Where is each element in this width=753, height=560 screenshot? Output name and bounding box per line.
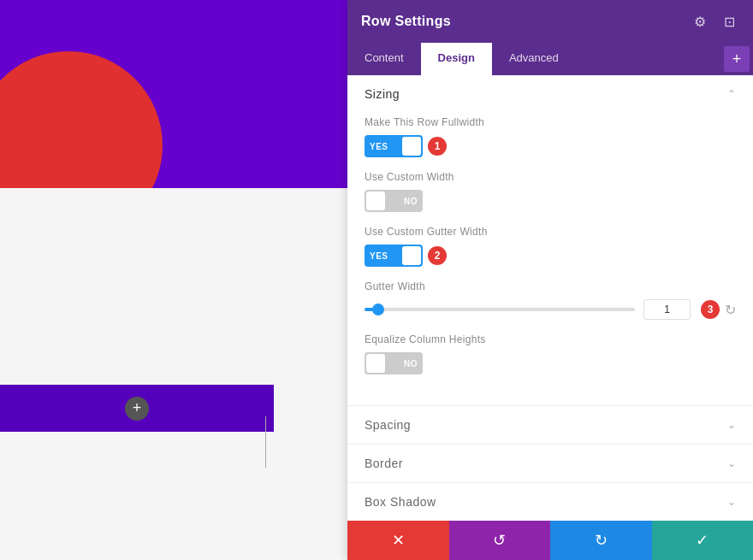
panel-header-icons: ⚙ ⊡ [690,11,739,32]
gutter-width-input[interactable] [643,299,691,320]
section-border-header[interactable]: Border ⌄ [347,445,753,482]
settings-icon[interactable]: ⚙ [690,11,710,32]
canvas-line [265,416,266,468]
section-sizing-header[interactable]: Sizing ⌃ [347,75,753,113]
section-sizing: Sizing ⌃ Make This Row Fullwidth YES 1 [347,75,753,406]
field-custom-width: Use Custom Width NO [365,171,736,212]
panel-content: Sizing ⌃ Make This Row Fullwidth YES 1 [347,75,753,521]
row-settings-panel: Row Settings ⚙ ⊡ Content Design Advanced… [347,0,753,560]
field-gutter-width: Gutter Width 3 ↻ [365,280,736,320]
redo-button[interactable]: ↻ [550,521,652,560]
tab-add-button[interactable]: + [724,46,750,72]
custom-gutter-toggle[interactable]: YES [365,245,423,267]
fullwidth-toggle[interactable]: YES [365,135,423,157]
custom-width-toggle-no-label: NO [404,197,418,206]
section-border: Border ⌄ [347,445,753,483]
fullwidth-badge: 1 [428,137,447,156]
canvas-white-area [0,188,347,560]
gutter-width-label: Gutter Width [365,280,736,292]
canvas-area: + [0,0,347,560]
section-box-shadow-title: Box Shadow [365,495,436,509]
custom-width-toggle[interactable]: NO [365,190,423,212]
section-sizing-body: Make This Row Fullwidth YES 1 Use Custom… [347,113,753,405]
equalize-heights-toggle-knob [366,354,385,373]
field-custom-gutter: Use Custom Gutter Width YES 2 [365,226,736,267]
tab-advanced[interactable]: Advanced [492,43,576,75]
equalize-heights-toggle-no-label: NO [404,359,418,368]
section-sizing-title: Sizing [365,87,400,101]
panel-header: Row Settings ⚙ ⊡ [347,0,753,43]
section-box-shadow-header[interactable]: Box Shadow ⌄ [347,483,753,521]
spacing-chevron-icon: ⌄ [727,419,736,431]
panel-title: Row Settings [361,14,451,29]
tab-design[interactable]: Design [421,43,492,75]
custom-width-label: Use Custom Width [365,171,736,183]
custom-gutter-toggle-knob [402,246,421,265]
box-shadow-chevron-icon: ⌄ [727,496,736,508]
reset-button[interactable]: ↺ [449,521,551,560]
sizing-chevron-icon: ⌃ [727,88,736,100]
custom-gutter-badge: 2 [428,246,447,265]
border-chevron-icon: ⌄ [727,457,736,469]
section-border-title: Border [365,457,403,470]
gutter-width-input-wrap: 3 ↻ [643,299,736,320]
gutter-width-reset-icon[interactable]: ↻ [725,302,736,318]
section-box-shadow: Box Shadow ⌄ [347,483,753,521]
tab-content[interactable]: Content [347,43,421,75]
custom-gutter-toggle-container: YES 2 [365,245,736,267]
custom-width-toggle-knob [366,192,385,210]
section-spacing-header[interactable]: Spacing ⌄ [347,406,753,444]
fullwidth-label: Make This Row Fullwidth [365,116,736,128]
field-fullwidth: Make This Row Fullwidth YES 1 [365,116,736,157]
gutter-width-slider-thumb[interactable] [372,304,384,315]
cancel-button[interactable]: ✕ [347,521,449,560]
gutter-width-slider-row: 3 ↻ [365,299,736,320]
fullwidth-toggle-container: YES 1 [365,135,736,157]
field-equalize-heights: Equalize Column Heights NO [365,333,736,374]
fullwidth-toggle-knob [402,137,421,156]
section-spacing: Spacing ⌄ [347,406,753,445]
fullwidth-toggle-yes-label: YES [370,142,388,151]
equalize-heights-label: Equalize Column Heights [365,333,736,345]
panel-footer: ✕ ↺ ↻ ✓ [347,521,753,560]
equalize-heights-toggle[interactable]: NO [365,352,423,374]
gutter-width-slider-track[interactable] [365,308,635,311]
canvas-add-button[interactable]: + [125,397,149,421]
expand-icon[interactable]: ⊡ [719,11,739,32]
custom-gutter-toggle-yes-label: YES [370,251,388,261]
canvas-purple-bar: + [0,385,274,432]
gutter-width-badge: 3 [701,300,720,319]
custom-gutter-label: Use Custom Gutter Width [365,226,736,238]
section-spacing-title: Spacing [365,418,411,432]
save-button[interactable]: ✓ [652,521,754,560]
tabs: Content Design Advanced + [347,43,753,75]
